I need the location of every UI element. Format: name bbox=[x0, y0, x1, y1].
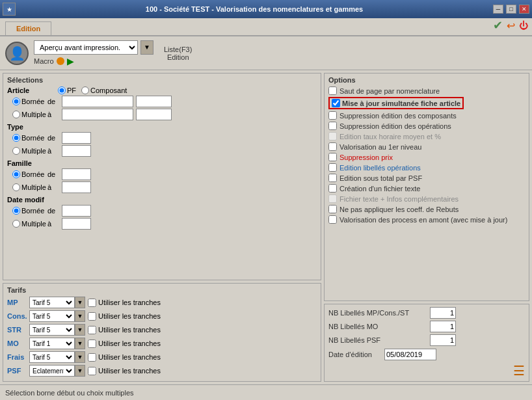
article-bornee-radio-label[interactable]: Bornée bbox=[12, 98, 45, 105]
confirm-icon[interactable]: ✔ bbox=[493, 18, 503, 33]
power-icon[interactable]: ⏻ bbox=[519, 20, 528, 31]
tab-edition[interactable]: Edition bbox=[5, 21, 51, 35]
tarif-mp-dropdown[interactable]: ▼ bbox=[75, 297, 85, 308]
article-multiple-radio-label[interactable]: Multiple bbox=[12, 111, 45, 118]
tarif-str-dropdown[interactable]: ▼ bbox=[75, 324, 85, 336]
option-creation-fichier-checkbox[interactable] bbox=[328, 184, 337, 193]
tarif-frais-checkbox[interactable] bbox=[88, 353, 96, 362]
nb-libelles-psf-label: NB Libellés PSF bbox=[328, 336, 426, 344]
date-edition-row: Date d'édition bbox=[328, 349, 525, 360]
date-bornee-radio-label[interactable]: Bornée bbox=[12, 207, 45, 215]
option-mise-a-jour-checkbox[interactable] bbox=[332, 99, 340, 107]
list-f3-label[interactable]: Liste(F3) bbox=[164, 46, 192, 53]
article-group: Article PF Composant Bornée de bbox=[7, 87, 317, 120]
tarif-mo-dropdown[interactable]: ▼ bbox=[75, 338, 85, 349]
macro-play-icon[interactable]: ▶ bbox=[67, 56, 74, 66]
undo-icon[interactable]: ↩ bbox=[507, 20, 515, 32]
article-pf-radio-label[interactable]: PF bbox=[58, 87, 76, 94]
tarif-psf-select[interactable]: Eclatement bbox=[29, 365, 75, 377]
tarif-mp-select[interactable]: Tarif 5 bbox=[29, 297, 75, 308]
article-a-end-input[interactable] bbox=[136, 109, 172, 120]
option-suppression-prix-checkbox[interactable] bbox=[328, 153, 337, 161]
nb-libelles-mo-label: NB Libellés MO bbox=[328, 323, 426, 330]
date-de-input[interactable] bbox=[62, 205, 91, 217]
option-saut-page-checkbox[interactable] bbox=[328, 87, 337, 95]
article-composant-radio-label[interactable]: Composant bbox=[81, 87, 127, 94]
option-suppression-operations-checkbox[interactable] bbox=[328, 122, 337, 130]
famille-bornee-radio-label[interactable]: Bornée bbox=[12, 170, 45, 178]
date-multiple-radio-label[interactable]: Multiple bbox=[12, 220, 45, 228]
tarif-psf-dropdown[interactable]: ▼ bbox=[75, 365, 85, 377]
type-a-input[interactable] bbox=[62, 145, 91, 157]
article-multiple-radio[interactable] bbox=[12, 111, 20, 118]
preview-row: Aperçu avant impression. ▼ bbox=[34, 40, 153, 55]
tarif-mp-checkbox[interactable] bbox=[88, 299, 96, 307]
tarif-str-checkbox-label[interactable]: Utiliser les tranches bbox=[88, 326, 161, 334]
option-edition-taux: Edition taux horaire moyen et % bbox=[328, 132, 525, 140]
tarif-cons-dropdown[interactable]: ▼ bbox=[75, 310, 85, 322]
famille-multiple-radio[interactable] bbox=[12, 183, 20, 191]
tarif-row-mp: MP Tarif 5 ▼ Utiliser les tranches bbox=[7, 297, 317, 308]
close-button[interactable]: ✕ bbox=[519, 5, 529, 14]
option-suppression-operations-label: Suppression édition des opérations bbox=[339, 122, 451, 130]
article-de-end-input[interactable] bbox=[136, 96, 172, 107]
option-fichier-texte-checkbox bbox=[328, 194, 337, 203]
date-edition-input[interactable] bbox=[384, 349, 436, 360]
article-de-input[interactable] bbox=[62, 96, 133, 107]
date-multiple-radio[interactable] bbox=[12, 220, 20, 228]
nb-libelles-mp-input[interactable] bbox=[430, 307, 456, 319]
tarif-psf-checkbox[interactable] bbox=[88, 367, 96, 375]
option-suppression-composants-checkbox[interactable] bbox=[328, 111, 337, 120]
tarif-mo-select[interactable]: Tarif 1 bbox=[29, 338, 75, 349]
tarif-cons-select[interactable]: Tarif 5 bbox=[29, 310, 75, 322]
tarif-psf-checkbox-label[interactable]: Utiliser les tranches bbox=[88, 367, 161, 375]
tarif-str-checkbox[interactable] bbox=[88, 326, 96, 334]
option-valorisation-process-checkbox[interactable] bbox=[328, 215, 337, 224]
maximize-button[interactable]: □ bbox=[506, 5, 516, 14]
date-bornee-radio[interactable] bbox=[12, 207, 20, 215]
tarif-frais-dropdown[interactable]: ▼ bbox=[75, 351, 85, 363]
article-a-input[interactable] bbox=[62, 109, 133, 120]
tarif-cons-checkbox[interactable] bbox=[88, 312, 96, 321]
tarif-mo-checkbox[interactable] bbox=[88, 340, 96, 348]
option-valorisation-process-label: Valorisation des process en amont (avec … bbox=[339, 216, 507, 224]
type-bornee-radio-label[interactable]: Bornée bbox=[12, 134, 45, 142]
tarif-cons-checkbox-label[interactable]: Utiliser les tranches bbox=[88, 312, 161, 321]
option-fichier-texte: Fichier texte + Infos complémentaires bbox=[328, 194, 525, 203]
title-bar: ★ 100 - Société TEST - Valorisation des … bbox=[0, 0, 532, 18]
type-de-input[interactable] bbox=[62, 132, 91, 144]
edition-toolbar-label: Edition bbox=[167, 53, 189, 61]
option-edition-libelles-checkbox[interactable] bbox=[328, 163, 337, 172]
article-composant-radio[interactable] bbox=[81, 87, 89, 94]
tarif-mp-checkbox-label[interactable]: Utiliser les tranches bbox=[88, 299, 161, 307]
options-title: Options bbox=[328, 76, 525, 84]
option-ne-pas-appliquer-checkbox[interactable] bbox=[328, 205, 337, 213]
type-multiple-radio[interactable] bbox=[12, 147, 20, 155]
famille-label: Famille bbox=[7, 159, 53, 167]
tarif-row-psf: PSF Eclatement ▼ Utiliser les tranches bbox=[7, 365, 317, 377]
type-multiple-radio-label[interactable]: Multiple bbox=[12, 147, 45, 155]
tarif-str-select[interactable]: Tarif 5 bbox=[29, 324, 75, 336]
tarif-frais-select-wrapper: Tarif 5 ▼ bbox=[29, 351, 85, 363]
option-valorisation-1er-checkbox[interactable] bbox=[328, 142, 337, 151]
article-bornee-radio[interactable] bbox=[12, 98, 20, 105]
famille-multiple-radio-label[interactable]: Multiple bbox=[12, 183, 45, 191]
famille-de-input[interactable] bbox=[62, 168, 91, 180]
tarif-frais-checkbox-label[interactable]: Utiliser les tranches bbox=[88, 353, 161, 362]
famille-a-input[interactable] bbox=[62, 181, 91, 193]
list-lines-icon: ☰ bbox=[513, 363, 525, 379]
nb-libelles-mo-input[interactable] bbox=[430, 321, 456, 332]
preview-select[interactable]: Aperçu avant impression. bbox=[34, 40, 138, 55]
minimize-button[interactable]: ─ bbox=[493, 5, 503, 14]
date-a-input[interactable] bbox=[62, 218, 91, 230]
preview-dropdown-arrow[interactable]: ▼ bbox=[140, 40, 153, 55]
tarif-row-str: STR Tarif 5 ▼ Utiliser les tranches bbox=[7, 324, 317, 336]
tarif-frais-select[interactable]: Tarif 5 bbox=[29, 351, 75, 363]
tarif-mo-checkbox-label[interactable]: Utiliser les tranches bbox=[88, 340, 161, 348]
famille-bornee-radio[interactable] bbox=[12, 170, 20, 178]
tab-bar: Edition ✔ ↩ ⏻ bbox=[0, 18, 532, 36]
nb-libelles-psf-input[interactable] bbox=[430, 334, 456, 346]
type-bornee-radio[interactable] bbox=[12, 134, 20, 142]
article-pf-radio[interactable] bbox=[58, 87, 66, 94]
option-edition-sous-total-checkbox[interactable] bbox=[328, 174, 337, 182]
